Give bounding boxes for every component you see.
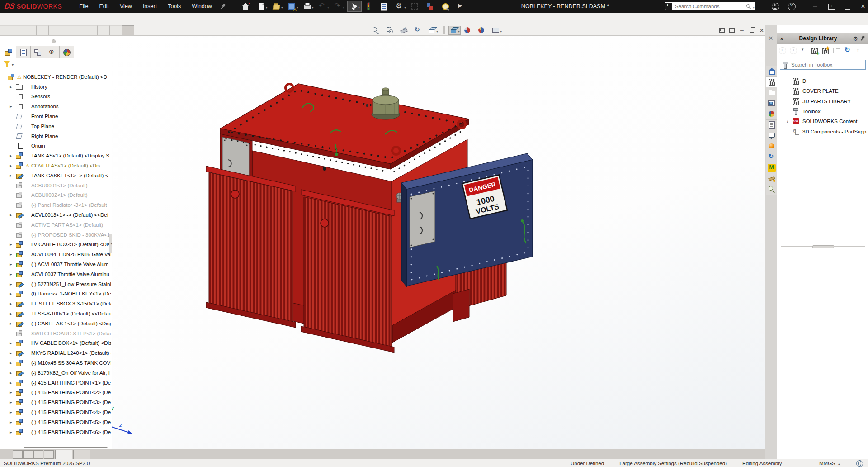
- dropdown-caret-icon[interactable]: [500, 26, 502, 34]
- view-toolbar-icon[interactable]: [22, 14, 32, 24]
- dropdown-caret-icon[interactable]: [281, 2, 283, 10]
- pin-pane-icon[interactable]: [859, 35, 867, 43]
- tab-nav-button[interactable]: [33, 450, 43, 459]
- account-button[interactable]: [769, 0, 782, 13]
- tree-row[interactable]: (-) 415 EARTHING POINT<6> (Def: [0, 427, 111, 437]
- design-library-tool[interactable]: [800, 47, 808, 55]
- dropdown-caret-icon[interactable]: [311, 2, 314, 10]
- tree-row[interactable]: SWITCH BOARD.STEP<1> (Default: [0, 329, 111, 338]
- filter-caret-icon[interactable]: [10, 60, 14, 68]
- featuremanager-tab[interactable]: [60, 46, 74, 58]
- tab-nav-button[interactable]: [23, 450, 33, 459]
- tree-row[interactable]: Origin: [0, 141, 111, 151]
- tree-row[interactable]: NOBLEKEY - RENDER (Default) <D: [0, 72, 111, 82]
- command-tab[interactable]: [98, 25, 110, 35]
- toolbar-button[interactable]: [347, 1, 362, 12]
- design-library-tool[interactable]: [822, 47, 830, 55]
- tree-row[interactable]: TANK AS<1> (Default) <Display S: [0, 151, 111, 161]
- expand-arrow-icon[interactable]: [10, 291, 16, 296]
- toolbar-button[interactable]: [240, 1, 254, 12]
- units-selector[interactable]: MMGS: [819, 461, 840, 466]
- task-pane-tab[interactable]: [766, 184, 777, 195]
- tree-row[interactable]: Sensors: [0, 92, 111, 102]
- tree-row[interactable]: HV CABLE BOX<1> (Default) <Dis: [0, 338, 111, 348]
- design-library-tool[interactable]: [789, 47, 797, 55]
- expand-arrow-icon[interactable]: [10, 321, 16, 326]
- model-radiator-middle[interactable]: [301, 190, 394, 353]
- tree-row[interactable]: (-) 415 EARTHING POINT<1> (Def: [0, 378, 111, 388]
- task-pane-tab[interactable]: [766, 141, 777, 152]
- task-pane-tab[interactable]: [766, 77, 778, 88]
- tree-row[interactable]: (-) 5273N251_Low-Pressure Stainle: [0, 279, 111, 289]
- toolbar-button[interactable]: [301, 1, 316, 12]
- menu-item[interactable]: Tools: [162, 0, 186, 13]
- dropdown-caret-icon[interactable]: [265, 2, 268, 10]
- menu-item[interactable]: View: [114, 0, 137, 13]
- toolbox-search[interactable]: [780, 60, 866, 70]
- menu-item[interactable]: Insert: [137, 0, 162, 13]
- pin-menu-icon[interactable]: [219, 2, 228, 11]
- command-tab[interactable]: [37, 25, 49, 35]
- tree-row[interactable]: ACVL0044-T DN25 PN16 Gate Valv: [0, 249, 111, 259]
- model-transformer[interactable]: DANGER 1000 VOLTS y z x: [112, 36, 765, 449]
- task-pane-tab[interactable]: [766, 66, 777, 77]
- command-tab[interactable]: [85, 25, 98, 35]
- expand-arrow-icon[interactable]: [10, 381, 16, 385]
- expand-arrow-icon[interactable]: [10, 173, 16, 178]
- magnifier-icon[interactable]: [746, 4, 751, 9]
- toolbar-button[interactable]: [393, 1, 408, 12]
- tree-row[interactable]: (-) 415 EARTHING POINT<5> (Def: [0, 417, 111, 427]
- headsup-button[interactable]: [491, 26, 503, 35]
- tree-row[interactable]: ACBU0002<1> (Default): [0, 191, 111, 200]
- headsup-button[interactable]: [448, 26, 461, 35]
- task-pane-tab[interactable]: [766, 87, 777, 98]
- toolbar-button[interactable]: [255, 1, 269, 12]
- tree-row[interactable]: Right Plane: [0, 131, 111, 141]
- menu-item[interactable]: Window: [186, 0, 217, 13]
- graphics-area[interactable]: DANGER 1000 VOLTS y z x: [112, 35, 765, 449]
- toolbar-button[interactable]: [363, 1, 377, 12]
- tree-row[interactable]: ACBU0001<1> (Default): [0, 181, 111, 191]
- command-tab[interactable]: [0, 25, 12, 35]
- task-pane-tab[interactable]: [766, 162, 777, 173]
- featuremanager-tab[interactable]: [16, 46, 31, 58]
- expand-arrow-icon[interactable]: [10, 420, 16, 424]
- web-help-globe-icon[interactable]: [856, 460, 863, 467]
- expand-arrow-icon[interactable]: [10, 252, 16, 257]
- tree-row[interactable]: ACTIVE PART AS<1> (Default): [0, 220, 111, 230]
- filter-icon[interactable]: [3, 61, 10, 67]
- tree-row[interactable]: History: [0, 82, 111, 92]
- command-tab[interactable]: [110, 25, 122, 35]
- menu-item[interactable]: Edit: [94, 0, 114, 13]
- tree-row[interactable]: EL STEEL SBOX 3.3-150<1> (Defau: [0, 299, 111, 309]
- command-tab[interactable]: [122, 25, 134, 35]
- headsup-button[interactable]: [443, 26, 445, 34]
- tab-nav-button[interactable]: [44, 450, 54, 459]
- tree-row[interactable]: (-) PROPOSED SKID - 300KVA<1: [0, 230, 111, 240]
- command-tab[interactable]: [24, 25, 37, 35]
- task-pane-tab[interactable]: [766, 109, 777, 120]
- view-toolbar-icon[interactable]: [142, 14, 151, 24]
- tree-row[interactable]: (-) Panel Radiator -3<1> (Default: [0, 200, 111, 210]
- tree-row[interactable]: (-) M10x45 SS 304 AS TANK COVE: [0, 358, 111, 368]
- expand-arrow-icon[interactable]: [10, 430, 16, 434]
- tree-row[interactable]: Front Plane: [0, 111, 111, 121]
- featuremanager-tab[interactable]: [45, 46, 60, 58]
- expand-arrow-icon[interactable]: [10, 341, 16, 345]
- tree-row[interactable]: LV CABLE BOX<1> (Default) <Disp: [0, 240, 111, 250]
- help-button[interactable]: [785, 0, 798, 13]
- dropdown-caret-icon[interactable]: [358, 2, 360, 10]
- tree-row[interactable]: Annotations: [0, 101, 111, 111]
- expand-arrow-icon[interactable]: [10, 104, 16, 109]
- expand-arrow-icon[interactable]: [787, 119, 793, 124]
- expand-arrow-icon[interactable]: [10, 351, 16, 355]
- task-pane-tab[interactable]: [766, 173, 777, 184]
- task-pane-tab[interactable]: [766, 130, 777, 141]
- view-toolbar-icon[interactable]: [120, 14, 130, 24]
- view-toolbar-icon[interactable]: [131, 14, 141, 24]
- design-library-item[interactable]: 3D PARTS LIBRARY: [777, 96, 868, 106]
- expand-arrow-icon[interactable]: [10, 311, 16, 316]
- expand-arrow-icon[interactable]: [10, 371, 16, 375]
- design-library-tool[interactable]: [844, 47, 852, 55]
- document-tab[interactable]: [55, 450, 72, 459]
